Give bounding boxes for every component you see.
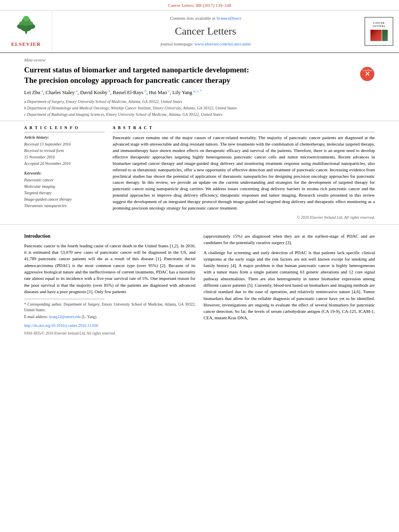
article-header: Mini-review Current status of biomarker …: [0, 53, 399, 121]
elsevier-tree-icon: [14, 14, 38, 37]
abstract-text: Pancreatic cancer remains one of the maj…: [113, 135, 375, 212]
keywords-section: Keywords: Pancreatic cancer Molecular im…: [24, 170, 105, 209]
keyword-2: Molecular imaging: [24, 184, 105, 189]
intro-para-3: A challenge for screening and early dete…: [204, 249, 375, 321]
sciencedirect-link[interactable]: ScienceDirect: [216, 16, 241, 21]
issn-line: 0304-3835/© 2016 Elsevier Ireland Ltd. A…: [24, 331, 195, 336]
article-title-row: Current status of biomarker and targeted…: [24, 65, 375, 85]
email-name: (L. Yang).: [82, 315, 97, 319]
keyword-4: Image-guided cancer therapy: [24, 197, 105, 202]
footnote-divider: [24, 299, 105, 299]
svg-text:CrossMark: CrossMark: [362, 69, 372, 72]
article-type-label: Mini-review: [24, 57, 375, 63]
article-info-column: A R T I C L E I N F O Article history: R…: [24, 125, 105, 220]
introduction-two-col: Introduction Pancreatic cancer is the fo…: [24, 233, 375, 336]
abstract-column: A B S T R A C T Pancreatic cancer remain…: [113, 125, 375, 220]
body-col-left: Introduction Pancreatic cancer is the fo…: [24, 233, 195, 336]
journal-ref-text: Cancer Letters 388 (2017) 139–148: [168, 3, 231, 8]
article-title-line1: Current status of biomarker and targeted…: [24, 66, 249, 74]
history-label: Article history:: [24, 135, 105, 140]
svg-point-6: [19, 22, 24, 25]
abstract-title: A B S T R A C T: [113, 125, 375, 132]
body-col-right: (approximately 15%) are diagnosed when t…: [204, 233, 375, 336]
elsevier-text: ELSEVIER: [11, 41, 41, 48]
history-revised-date: 15 November 2016: [24, 154, 105, 160]
sciencedirect-prefix: Contents lists available at: [170, 16, 215, 21]
history-accepted: Accepted 24 November 2016: [24, 161, 105, 166]
svg-point-7: [28, 22, 33, 25]
body-section: Introduction Pancreatic cancer is the fo…: [0, 225, 399, 344]
article-title: Current status of biomarker and targeted…: [24, 65, 356, 85]
homepage-link[interactable]: www.elsevier.com/locate/canlet: [195, 41, 251, 46]
email-label: E-mail address:: [24, 315, 48, 319]
elsevier-brand: ELSEVIER: [11, 40, 41, 48]
doi-line: http://dx.doi.org/10.1016/j.canlet.2016.…: [24, 323, 195, 329]
journal-title-area: Contents lists available at ScienceDirec…: [52, 10, 359, 52]
crossmark-icon: ✕ CrossMark: [360, 66, 375, 82]
article-info-title: A R T I C L E I N F O: [24, 125, 105, 132]
keyword-1: Pancreatic cancer: [24, 177, 105, 183]
keyword-3: Targeted therapy: [24, 190, 105, 196]
journal-badge-area: CANCERLETTERS: [359, 10, 399, 52]
copyright-line: © 2016 Elsevier Ireland Ltd. All rights …: [113, 215, 375, 220]
keywords-label: Keywords:: [24, 170, 105, 176]
journal-homepage-line: journal homepage: www.elsevier.com/locat…: [60, 41, 351, 47]
footnote-email: E-mail address: lyang12@emory.edu (L. Ya…: [24, 314, 195, 320]
journal-reference: Cancer Letters 388 (2017) 139–148: [0, 0, 399, 10]
svg-point-3: [23, 16, 29, 22]
article-title-line2: The precision oncology approach for panc…: [24, 76, 230, 84]
affiliation-a: a Department of Surgery, Emory Universit…: [24, 99, 375, 105]
footnote-star: * Corresponding author. Department of Su…: [24, 302, 195, 313]
history-received: Received 13 September 2016: [24, 142, 105, 147]
affiliation-b: b Department of Hematology and Medical O…: [24, 105, 375, 111]
introduction-title: Introduction: [24, 233, 195, 240]
doi-link[interactable]: http://dx.doi.org/10.1016/j.canlet.2016.…: [24, 323, 98, 328]
publisher-logo-area: ELSEVIER: [0, 10, 52, 52]
email-link[interactable]: lyang12@emory.edu: [49, 315, 81, 319]
history-revised-label: Received in revised form: [24, 148, 105, 154]
authors-line: Lei Zhu a, Charles Staley a, David Kooby…: [24, 88, 375, 97]
affiliation-c: c Department of Radiology and Imaging Sc…: [24, 112, 375, 117]
journal-title: Cancer Letters: [60, 24, 351, 39]
homepage-prefix: journal homepage:: [160, 41, 193, 46]
affiliations: a Department of Surgery, Emory Universit…: [24, 99, 375, 117]
journal-header: ELSEVIER Contents lists available at Sci…: [0, 10, 399, 53]
journal-badge: CANCERLETTERS: [364, 17, 393, 46]
keyword-5: Theranostic nanoparticles: [24, 203, 105, 209]
article-info-abstract-section: A R T I C L E I N F O Article history: R…: [0, 121, 399, 225]
intro-para-1: Pancreatic cancer is the fourth leading …: [24, 242, 195, 295]
sciencedirect-line: Contents lists available at ScienceDirec…: [60, 15, 351, 21]
intro-para-2: (approximately 15%) are diagnosed when t…: [204, 233, 375, 246]
